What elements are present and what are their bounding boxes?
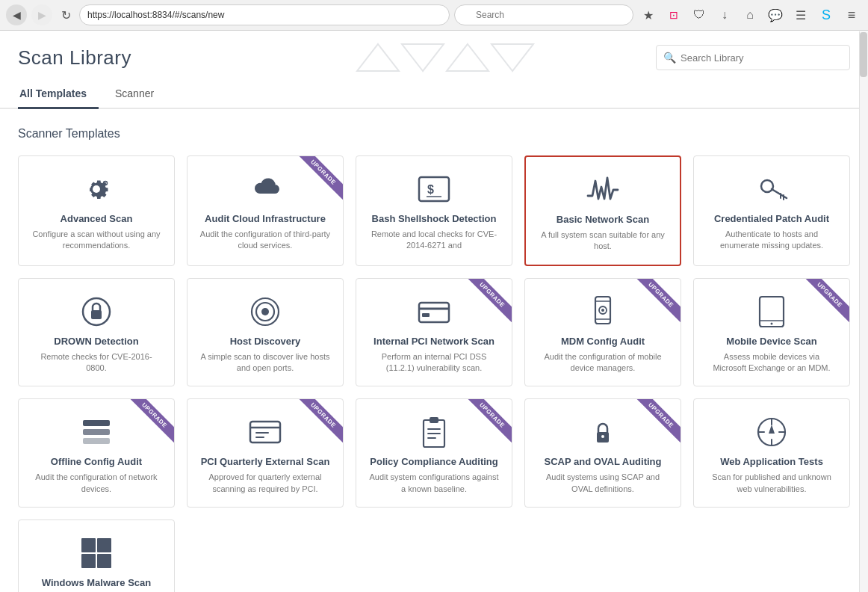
stack-layers-icon xyxy=(78,414,114,450)
browser-skype-icon[interactable]: S xyxy=(816,4,837,25)
template-card-windows-malware[interactable]: Windows Malware Scan Scan for malware on… xyxy=(18,519,175,592)
browser-reader-icon[interactable]: ☰ xyxy=(790,4,811,25)
svg-point-10 xyxy=(761,180,773,192)
browser-menu-icon[interactable]: ≡ xyxy=(841,4,862,25)
card-title-drown-detection: DROWN Detection xyxy=(54,336,138,348)
upgrade-ribbon-scap-oval xyxy=(628,399,681,451)
card-desc-drown-detection: Remote checks for CVE-2016-0800. xyxy=(31,351,162,374)
template-card-audit-cloud[interactable]: Audit Cloud Infrastructure Audit the con… xyxy=(187,155,344,266)
card-desc-audit-cloud: Audit the configuration of third-party c… xyxy=(199,229,331,252)
main-content: Scanner Templates Advanced Scan Configur… xyxy=(0,109,868,592)
template-card-credentialed-patch[interactable]: Credentialed Patch Audit Authenticate to… xyxy=(693,155,850,266)
svg-rect-7 xyxy=(419,177,449,201)
cloud-icon xyxy=(247,171,283,207)
svg-rect-30 xyxy=(83,420,110,426)
template-card-offline-config[interactable]: Offline Config Audit Audit the configura… xyxy=(18,398,175,508)
svg-point-29 xyxy=(771,322,773,324)
card-desc-bash-shellshock: Remote and local checks for CVE-2014-627… xyxy=(368,229,500,252)
browser-home-icon[interactable]: ⌂ xyxy=(740,4,760,25)
card-title-scap-oval: SCAP and OVAL Auditing xyxy=(545,456,662,469)
card-title-offline-config: Offline Config Audit xyxy=(51,456,142,469)
browser-search-input[interactable] xyxy=(454,4,633,25)
app-container: Scan Library 🔍 All Templates Scanner Sca… xyxy=(0,31,868,592)
header-search-wrapper: 🔍 xyxy=(656,45,850,70)
card-title-audit-cloud: Audit Cloud Infrastructure xyxy=(205,213,326,226)
browser-search-wrapper: 🔍 xyxy=(454,4,633,25)
browser-bookmark-icon[interactable]: ★ xyxy=(638,4,659,25)
tabs-bar: All Templates Scanner xyxy=(0,81,868,109)
card-desc-mobile-device: Assess mobile devices via Microsoft Exch… xyxy=(706,351,837,374)
svg-point-18 xyxy=(261,308,269,315)
browser-shield-icon[interactable]: 🛡 xyxy=(689,4,710,25)
template-card-mdm-config[interactable]: MDM Config Audit Audit the configuration… xyxy=(524,278,681,387)
upgrade-ribbon-internal-pci xyxy=(459,279,512,331)
card-desc-offline-config: Audit the configuration of network devic… xyxy=(31,472,162,495)
svg-point-4 xyxy=(93,185,100,193)
browser-url-bar[interactable] xyxy=(79,4,450,25)
browser-back-button[interactable]: ◀ xyxy=(6,4,27,25)
svg-point-43 xyxy=(601,435,604,438)
browser-chrome: ◀ ▶ ↻ 🔍 ★ ⊡ 🛡 ↓ ⌂ 💬 ☰ S ≡ xyxy=(0,0,868,31)
browser-refresh-button[interactable]: ↻ xyxy=(57,6,75,24)
template-card-internal-pci[interactable]: Internal PCI Network Scan Perform an int… xyxy=(356,278,512,387)
template-card-basic-network-scan[interactable]: Basic Network Scan A full system scan su… xyxy=(524,155,681,266)
svg-rect-27 xyxy=(760,297,784,327)
svg-marker-2 xyxy=(447,44,489,71)
browser-forward-button[interactable]: ▶ xyxy=(31,4,52,25)
tab-scanner[interactable]: Scanner xyxy=(114,81,166,109)
card-desc-pci-quarterly: Approved for quarterly external scanning… xyxy=(199,472,331,495)
card-desc-credentialed-patch: Authenticate to hosts and enumerate miss… xyxy=(706,229,837,252)
browser-download-icon[interactable]: ↓ xyxy=(714,4,735,25)
card-title-web-application: Web Application Tests xyxy=(720,456,823,469)
lock-circle-icon xyxy=(78,294,114,330)
svg-point-6 xyxy=(105,182,106,184)
mobile-settings-icon xyxy=(585,294,621,330)
svg-rect-15 xyxy=(91,310,102,319)
card-title-basic-network-scan: Basic Network Scan xyxy=(557,214,649,226)
template-card-scap-oval[interactable]: SCAP and OVAL Auditing Audit systems usi… xyxy=(524,398,681,508)
app-header: Scan Library 🔍 xyxy=(0,31,868,81)
template-card-advanced-scan[interactable]: Advanced Scan Configure a scan without u… xyxy=(18,155,175,266)
svg-rect-32 xyxy=(83,438,110,444)
template-card-pci-quarterly[interactable]: PCI Quarterly External Scan Approved for… xyxy=(187,398,344,508)
template-card-web-application[interactable]: Web Application Tests Scan for published… xyxy=(693,398,850,508)
page-title: Scan Library xyxy=(18,46,131,70)
tab-all-templates[interactable]: All Templates xyxy=(18,81,99,109)
svg-marker-0 xyxy=(357,44,399,71)
svg-marker-1 xyxy=(402,44,444,71)
section-title: Scanner Templates xyxy=(18,127,850,141)
svg-marker-50 xyxy=(769,425,775,434)
browser-chat-icon[interactable]: 💬 xyxy=(765,4,786,25)
template-card-drown-detection[interactable]: DROWN Detection Remote checks for CVE-20… xyxy=(18,278,175,387)
card-title-mdm-config: MDM Config Audit xyxy=(561,336,645,348)
scrollbar-thumb[interactable] xyxy=(860,32,867,77)
upgrade-ribbon-mdm-config xyxy=(628,279,681,331)
card-desc-policy-compliance: Audit system configurations against a kn… xyxy=(368,472,500,495)
upgrade-ribbon-policy-compliance xyxy=(459,399,512,451)
header-search-input[interactable] xyxy=(656,45,850,70)
target-icon xyxy=(247,294,283,330)
card-title-host-discovery: Host Discovery xyxy=(230,336,301,348)
card-title-windows-malware: Windows Malware Scan xyxy=(42,577,152,590)
browser-pocket-icon[interactable]: ⊡ xyxy=(663,4,684,25)
template-card-mobile-device[interactable]: Mobile Device Scan Assess mobile devices… xyxy=(693,278,850,387)
scrollbar-track[interactable] xyxy=(859,31,868,592)
browser-icons: ★ ⊡ 🛡 ↓ ⌂ 💬 ☰ S ≡ xyxy=(638,4,862,25)
card-desc-host-discovery: A simple scan to discover live hosts and… xyxy=(199,351,331,374)
card-title-internal-pci: Internal PCI Network Scan xyxy=(373,336,495,348)
template-card-bash-shellshock[interactable]: $ Bash Shellshock Detection Remote and l… xyxy=(356,155,512,266)
upgrade-ribbon-audit-cloud xyxy=(291,156,343,209)
upgrade-ribbon-offline-config xyxy=(122,399,174,451)
card-title-pci-quarterly: PCI Quarterly External Scan xyxy=(201,456,330,469)
template-card-host-discovery[interactable]: Host Discovery A simple scan to discover… xyxy=(187,278,344,387)
card-desc-mdm-config: Audit the configuration of mobile device… xyxy=(537,351,669,374)
credit-card-icon xyxy=(416,294,452,330)
template-grid: Advanced Scan Configure a scan without u… xyxy=(18,155,850,592)
card-desc-basic-network-scan: A full system scan suitable for any host… xyxy=(538,229,668,253)
template-card-policy-compliance[interactable]: Policy Compliance Auditing Audit system … xyxy=(356,398,512,508)
key-icon xyxy=(754,171,790,207)
card-desc-scap-oval: Audit systems using SCAP and OVAL defini… xyxy=(537,472,669,495)
header-search-icon: 🔍 xyxy=(663,52,676,64)
card-title-advanced-scan: Advanced Scan xyxy=(61,213,133,226)
svg-rect-54 xyxy=(97,554,111,568)
